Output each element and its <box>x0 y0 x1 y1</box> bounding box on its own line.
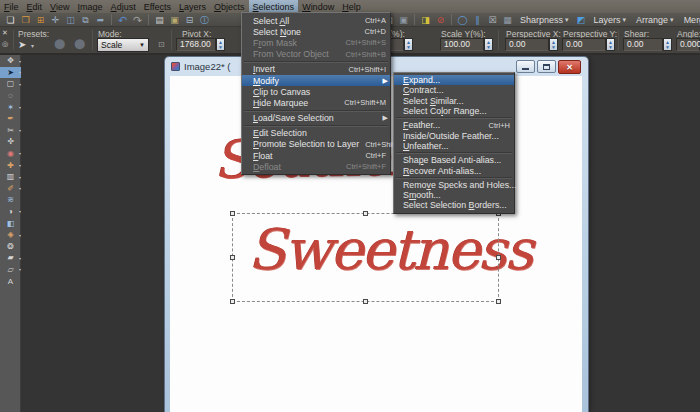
perspective-y-input[interactable]: 0.00 <box>562 38 606 51</box>
menu-edit[interactable]: Edit <box>23 0 47 13</box>
selection-handle-top-left[interactable] <box>230 211 235 216</box>
selection-handle-bottom-mid[interactable] <box>363 299 368 304</box>
presets-caret-icon[interactable]: ▾ <box>31 42 34 49</box>
perspective-x-input[interactable]: 0.00 <box>505 38 549 51</box>
background-eraser-tool[interactable]: ▱▾ <box>0 264 21 276</box>
redo-icon[interactable]: ↷ <box>131 14 144 26</box>
mode-select[interactable]: Scale▼ <box>97 38 149 52</box>
close-button[interactable]: ✕ <box>558 60 581 74</box>
menu-item-shape-based-anti-alias[interactable]: Shape Based Anti-alias... <box>394 155 514 165</box>
menu-item-select-none[interactable]: Select None Ctrl+D <box>242 26 390 37</box>
open-file-icon[interactable]: ❒ <box>19 14 32 26</box>
red-eye-tool[interactable]: ◉▾ <box>0 148 21 160</box>
scale-x-spinner[interactable]: ▲▼ <box>404 38 413 51</box>
info-icon[interactable]: ⓘ <box>198 14 211 26</box>
paint-brush-tool[interactable]: ✐▾ <box>0 183 21 195</box>
browse-icon[interactable]: ⊞ <box>34 14 47 26</box>
selection-handle-mid-right[interactable] <box>496 255 501 260</box>
cancel-record-icon[interactable]: ☒ <box>486 14 499 26</box>
crop-tool[interactable]: ✂▾ <box>0 125 21 137</box>
menu-adjust[interactable]: Adjust <box>107 0 140 13</box>
menu-item-feather[interactable]: Feather... Ctrl+H <box>394 120 514 130</box>
script-edit-icon[interactable]: ▤ <box>153 14 166 26</box>
menu-item-modify[interactable]: Modify ▶ <box>242 75 390 86</box>
grid-icon[interactable]: ▦ <box>501 14 514 26</box>
menu-image[interactable]: Image <box>74 0 107 13</box>
save-icon[interactable]: ◫ <box>64 14 77 26</box>
menu-item-recover-anti-alias[interactable]: Recover Anti-alias... <box>394 165 514 175</box>
shear-input[interactable]: 0.00 <box>623 38 663 51</box>
sharpness-icon[interactable]: ◩ <box>575 14 588 26</box>
menu-item-select-color-range[interactable]: Select Color Range... <box>394 106 514 116</box>
undo-icon[interactable]: ↶ <box>116 14 129 26</box>
selection-handle-bottom-left[interactable] <box>230 299 235 304</box>
menu-item-select-all[interactable]: Select All Ctrl+A <box>242 15 390 26</box>
menu-effects[interactable]: Effects <box>140 0 175 13</box>
presets-cursor-icon[interactable]: ➤ <box>18 39 26 50</box>
menu-item-smooth[interactable]: Smooth... <box>394 190 514 200</box>
picture-tube-tool[interactable]: ❂ <box>0 241 21 253</box>
text-tool[interactable]: A <box>0 275 21 287</box>
arrange-dropdown[interactable]: Arrange▾ <box>632 15 678 25</box>
share-icon[interactable]: ➦ <box>94 14 107 26</box>
clone-brush-tool[interactable]: ▥▾ <box>0 171 21 183</box>
selection-handle-mid-left[interactable] <box>230 255 235 260</box>
menu-item-clip-to-canvas[interactable]: Clip to Canvas <box>242 86 390 97</box>
scale-y-spinner[interactable]: ▲▼ <box>484 38 493 51</box>
pivot-x-spinner[interactable]: ▲▼ <box>216 38 225 51</box>
selection-tool[interactable]: ▢▾ <box>0 78 21 90</box>
selection-handle-top-mid[interactable] <box>363 211 368 216</box>
menu-item-select-similar[interactable]: Select Similar... <box>394 96 514 106</box>
close-palette-icon[interactable]: ✕ <box>2 29 8 37</box>
menu-layers[interactable]: Layers <box>175 0 210 13</box>
save-script-icon[interactable]: ▣ <box>397 14 410 26</box>
menu-item-promote-selection-to-layer[interactable]: Promote Selection to Layer Ctrl+Shift+P <box>242 139 390 150</box>
perspective-x-spinner[interactable]: ▲▼ <box>549 38 558 51</box>
menu-item-edit-selection[interactable]: Edit Selection <box>242 128 390 139</box>
menu-item-inside-outside-feather[interactable]: Inside/Outside Feather... <box>394 130 514 140</box>
layers-dropdown[interactable]: Layers▾ <box>590 15 631 25</box>
new-file-icon[interactable]: ❏ <box>4 14 17 26</box>
menu-item-select-selection-borders[interactable]: Select Selection Borders... <box>394 200 514 210</box>
menu-view[interactable]: View <box>46 0 74 13</box>
minimize-button[interactable] <box>516 60 535 73</box>
flood-fill-tool[interactable]: ◈▾ <box>0 229 21 241</box>
dropper-tool[interactable]: ✒ <box>0 113 21 125</box>
straighten-tool[interactable]: ✜ <box>0 136 21 148</box>
pin-palette-icon[interactable]: ◎ <box>2 40 8 48</box>
eraser-tool[interactable]: ▰▾ <box>0 252 21 264</box>
shear-spinner[interactable]: ▲▼ <box>663 38 672 51</box>
pause-icon[interactable]: ∥ <box>471 14 484 26</box>
magic-wand-tool[interactable]: ✶▾ <box>0 101 21 113</box>
color-changer-tool[interactable]: ◧ <box>0 217 21 229</box>
selection-bounding-box[interactable] <box>232 213 499 302</box>
menu-item-contract[interactable]: Contract... <box>394 85 514 95</box>
selection-remove-icon[interactable]: ⬤ <box>74 38 85 49</box>
perspective-y-spinner[interactable]: ▲▼ <box>606 38 615 51</box>
pivot-x-input[interactable]: 1768.00 <box>176 38 216 51</box>
print-icon[interactable]: ⊟ <box>183 14 196 26</box>
twin-view-icon[interactable]: ⧉ <box>79 14 92 26</box>
merge-dropdown[interactable]: Merge▾ <box>680 15 700 25</box>
makeover-tool[interactable]: ✚▾ <box>0 159 21 171</box>
photo-tray-icon[interactable]: ▣ <box>168 14 181 26</box>
menu-item-invert[interactable]: Invert Ctrl+Shift+I <box>242 64 390 75</box>
scale-y-input[interactable]: 100.00 <box>440 38 484 51</box>
selection-handle-bottom-right[interactable] <box>496 299 501 304</box>
menu-item-remove-specks-and-holes[interactable]: Remove Specks and Holes... <box>394 180 514 190</box>
pan-tool[interactable]: ✥▾ <box>0 55 21 67</box>
pick-tool[interactable]: ➤▾ <box>0 67 21 79</box>
maximize-button[interactable] <box>537 60 556 73</box>
menu-item-float[interactable]: Float Ctrl+F <box>242 150 390 161</box>
freehand-selection-tool[interactable]: ◌ <box>0 90 21 102</box>
stop-script-icon[interactable]: ⊘ <box>434 14 447 26</box>
selection-add-icon[interactable]: ⬤ <box>54 38 65 49</box>
menu-item-unfeather[interactable]: Unfeather... <box>394 141 514 151</box>
record-icon[interactable]: ◯ <box>456 14 469 26</box>
import-icon[interactable]: ✛ <box>49 14 62 26</box>
angle-input[interactable]: 0.000 <box>676 38 700 51</box>
menu-item-hide-marquee[interactable]: Hide Marquee Ctrl+Shift+M <box>242 97 390 108</box>
menu-file[interactable]: File <box>0 0 23 13</box>
menu-item-expand[interactable]: Expand... <box>394 75 514 85</box>
sharpness-dropdown[interactable]: Sharpness▾ <box>516 15 573 25</box>
